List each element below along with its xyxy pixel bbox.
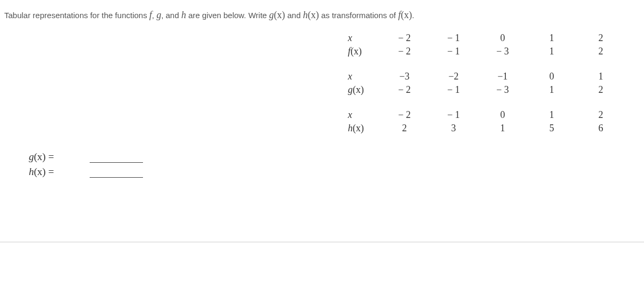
row-header-x: x (341, 108, 380, 122)
cell: − 1 (429, 83, 478, 97)
row-header-x: x (341, 31, 380, 45)
cell: −3 (380, 70, 429, 83)
prompt-text: as transformations of (319, 11, 398, 20)
answer-h-label: h(x) = (29, 166, 67, 178)
cell: − 1 (429, 108, 478, 122)
cell: 2 (576, 31, 625, 45)
prompt-text: , (152, 11, 156, 20)
prompt-text: are given below. Write (186, 11, 269, 20)
cell: 1 (527, 83, 576, 97)
cell: 1 (478, 122, 527, 135)
cell: 2 (576, 108, 625, 122)
row-header-gx: g(x) (341, 83, 380, 97)
var-g: g (156, 10, 161, 20)
cell: 0 (478, 108, 527, 122)
cell: 5 (527, 122, 576, 135)
answer-g-label: g(x) = (29, 151, 67, 163)
answer-h-input[interactable] (90, 168, 143, 178)
answer-g: g(x) = (29, 151, 644, 163)
gx-paren: (x) (274, 10, 285, 20)
cell: − 1 (429, 45, 478, 58)
cell: 6 (576, 122, 625, 135)
cell: 0 (478, 31, 527, 45)
tables-area: x − 2 − 1 0 1 2 f(x) − 2 − 1 − 3 1 2 x −… (341, 31, 633, 135)
hx: h (303, 10, 308, 20)
cell: − 1 (429, 31, 478, 45)
fx-paren: (x) (401, 10, 412, 20)
table-f: x − 2 − 1 0 1 2 f(x) − 2 − 1 − 3 1 2 (341, 31, 625, 58)
cell: 1 (527, 45, 576, 58)
hx-paren: (x) (308, 10, 319, 20)
row-header-hx: h(x) (341, 122, 380, 135)
question-prompt: Tabular representations for the function… (0, 10, 644, 31)
prompt-text: and (285, 11, 303, 20)
bottom-divider (0, 242, 644, 242)
gx: g (269, 10, 274, 20)
cell: − 2 (380, 45, 429, 58)
cell: − 3 (478, 45, 527, 58)
row-header-x: x (341, 70, 380, 83)
table-g: x −3 −2 −1 0 1 g(x) − 2 − 1 − 3 1 2 (341, 70, 625, 97)
prompt-text: , and (161, 11, 181, 20)
cell: −2 (429, 70, 478, 83)
answers-area: g(x) = h(x) = (29, 151, 644, 178)
cell: 1 (576, 70, 625, 83)
row-header-fx: f(x) (341, 45, 380, 58)
answer-g-input[interactable] (90, 153, 143, 163)
cell: − 2 (380, 83, 429, 97)
cell: 3 (429, 122, 478, 135)
cell: − 3 (478, 83, 527, 97)
cell: − 2 (380, 31, 429, 45)
prompt-text: . (412, 11, 414, 20)
cell: 0 (527, 70, 576, 83)
cell: 2 (576, 83, 625, 97)
cell: 2 (576, 45, 625, 58)
cell: −1 (478, 70, 527, 83)
cell: 2 (380, 122, 429, 135)
answer-h: h(x) = (29, 166, 644, 178)
table-h: x − 2 − 1 0 1 2 h(x) 2 3 1 5 6 (341, 108, 625, 135)
cell: − 2 (380, 108, 429, 122)
prompt-text: Tabular representations for the function… (4, 11, 149, 20)
cell: 1 (527, 108, 576, 122)
cell: 1 (527, 31, 576, 45)
var-h: h (181, 10, 186, 20)
